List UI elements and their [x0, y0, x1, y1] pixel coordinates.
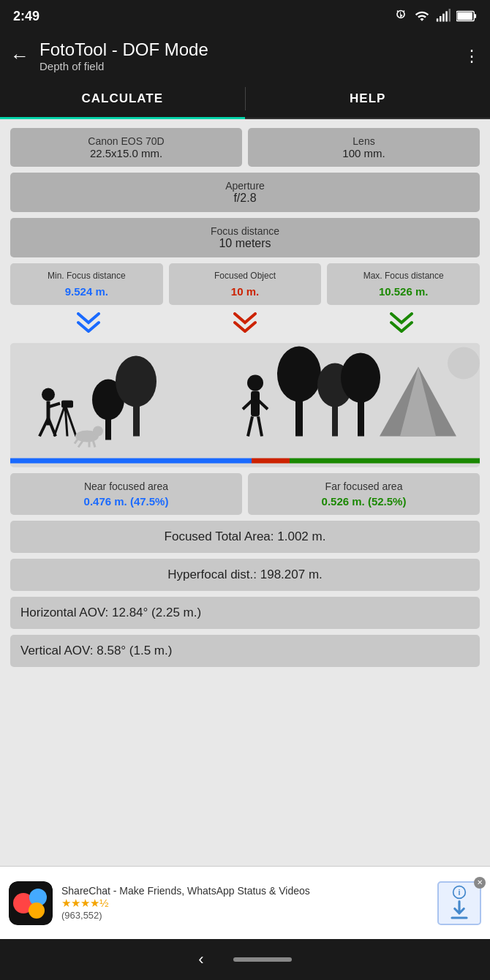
ad-text-block: ShareChat - Make Friends, WhatsApp Statu… — [61, 885, 429, 921]
status-time: 2:49 — [13, 9, 39, 24]
svg-rect-4 — [449, 9, 451, 22]
battery-icon — [456, 10, 477, 23]
svg-point-19 — [93, 426, 103, 436]
svg-rect-45 — [290, 458, 480, 463]
status-bar: 2:49 — [0, 0, 490, 32]
camera-name: Canon EOS 70D — [19, 135, 233, 147]
svg-point-9 — [42, 388, 55, 401]
focused-object-col[interactable]: Focused Object 10 m. — [169, 263, 322, 305]
ad-title: ShareChat - Make Friends, WhatsApp Statu… — [61, 885, 429, 897]
horizontal-aov-row: Horizontal AOV: 12.84° (2.25 m.) — [10, 597, 480, 629]
svg-rect-44 — [252, 458, 290, 463]
chevron-green — [388, 312, 415, 336]
header-text: FotoTool - DOF Mode Depth of field — [39, 39, 453, 72]
near-focused-label: Near focused area — [16, 480, 236, 492]
camera-sensor: 22.5x15.0 mm. — [19, 147, 233, 159]
far-focused-label: Far focused area — [254, 480, 474, 492]
svg-point-39 — [341, 353, 380, 402]
ad-close-button[interactable]: ✕ — [474, 877, 486, 889]
max-focus-label: Max. Focus distance — [333, 271, 474, 282]
focus-distance-label: Focus distance — [19, 225, 471, 237]
svg-rect-2 — [442, 14, 445, 22]
min-focus-col[interactable]: Min. Focus distance 9.524 m. — [10, 263, 163, 305]
svg-point-27 — [116, 355, 157, 407]
focused-total-row: Focused Total Area: 1.002 m. — [10, 521, 480, 553]
lens-button[interactable]: Lens 100 mm. — [248, 128, 480, 167]
menu-button[interactable]: ⋮ — [464, 47, 480, 66]
app-subtitle: Depth of field — [39, 60, 453, 72]
app-header: ← FotoTool - DOF Mode Depth of field ⋮ — [0, 32, 490, 80]
lens-focal: 100 mm. — [257, 147, 471, 159]
focus-distance-block[interactable]: Focus distance 10 meters — [10, 218, 480, 257]
svg-rect-3 — [445, 11, 448, 21]
svg-point-28 — [247, 374, 263, 391]
near-focused-value: 0.476 m. (47.5%) — [16, 495, 236, 508]
alarm-icon — [393, 9, 408, 23]
aperture-value: f/2.8 — [19, 192, 471, 205]
ad-install-button[interactable]: ✕ i — [437, 881, 481, 925]
vertical-aov-row: Vertical AOV: 8.58° (1.5 m.) — [10, 635, 480, 667]
min-focus-value: 9.524 m. — [16, 285, 157, 298]
focused-object-label: Focused Object — [175, 271, 316, 282]
scene-illustration — [10, 343, 480, 467]
near-far-row: Near focused area 0.476 m. (47.5%) Far f… — [10, 473, 480, 515]
near-focused-col: Near focused area 0.476 m. (47.5%) — [10, 473, 242, 515]
svg-rect-29 — [251, 391, 260, 416]
ad-app-icon — [9, 881, 53, 925]
chevron-red — [232, 312, 258, 336]
svg-rect-0 — [437, 18, 439, 21]
far-focused-col: Far focused area 0.526 m. (52.5%) — [248, 473, 480, 515]
lens-label: Lens — [257, 135, 471, 147]
scene-svg — [10, 343, 480, 467]
app-title: FotoTool - DOF Mode — [39, 39, 453, 60]
chevron-row — [10, 311, 480, 337]
aperture-block[interactable]: Aperture f/2.8 — [10, 173, 480, 212]
tab-calculate[interactable]: CALCULATE — [0, 80, 245, 118]
svg-point-35 — [277, 346, 321, 402]
svg-text:i: i — [458, 888, 460, 897]
tab-bar: CALCULATE HELP — [0, 80, 490, 119]
focused-object-value: 10 m. — [175, 285, 316, 298]
svg-rect-1 — [440, 16, 442, 22]
focus-columns-row: Min. Focus distance 9.524 m. Focused Obj… — [10, 263, 480, 305]
ad-banner: ShareChat - Make Friends, WhatsApp Statu… — [0, 866, 490, 939]
nav-pill — [233, 957, 292, 962]
far-focused-value: 0.526 m. (52.5%) — [254, 495, 474, 508]
wifi-icon — [414, 9, 430, 23]
max-focus-value: 10.526 m. — [333, 285, 474, 298]
svg-rect-17 — [61, 400, 73, 407]
svg-point-49 — [29, 902, 45, 919]
svg-rect-6 — [474, 14, 476, 18]
main-content: Canon EOS 70D 22.5x15.0 mm. Lens 100 mm.… — [0, 119, 490, 866]
svg-point-42 — [448, 347, 480, 379]
hyperfocal-row: Hyperfocal dist.: 198.207 m. — [10, 559, 480, 591]
ad-reviews: (963,552) — [61, 910, 429, 921]
min-focus-label: Min. Focus distance — [16, 271, 157, 282]
download-icon — [448, 900, 470, 921]
camera-button[interactable]: Canon EOS 70D 22.5x15.0 mm. — [10, 128, 242, 167]
svg-rect-7 — [457, 12, 472, 20]
nav-back-button[interactable]: ‹ — [198, 950, 203, 969]
signal-icon — [436, 9, 451, 23]
focus-distance-value: 10 meters — [19, 237, 471, 250]
camera-lens-row: Canon EOS 70D 22.5x15.0 mm. Lens 100 mm. — [10, 128, 480, 167]
chevron-blue — [75, 312, 102, 336]
tab-help[interactable]: HELP — [246, 80, 491, 118]
status-icons — [393, 9, 477, 23]
max-focus-col[interactable]: Max. Focus distance 10.526 m. — [327, 263, 480, 305]
aperture-label: Aperture — [19, 180, 471, 192]
svg-rect-43 — [10, 458, 252, 463]
ad-stars: ★★★★½ — [61, 897, 429, 910]
bottom-nav: ‹ — [0, 939, 490, 980]
back-button[interactable]: ← — [10, 45, 29, 67]
info-icon: i — [452, 885, 467, 900]
